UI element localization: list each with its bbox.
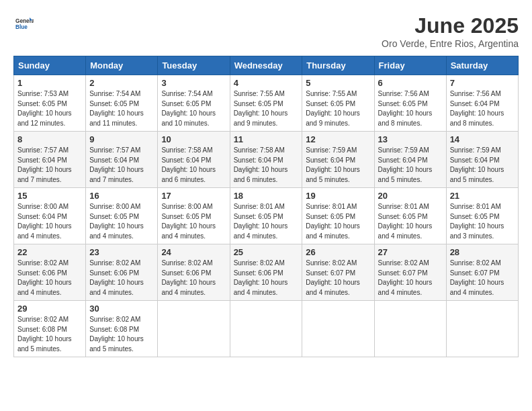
day-number: 19: [306, 191, 370, 201]
calendar-cell: 28Sunrise: 8:02 AMSunset: 6:07 PMDayligh…: [446, 244, 518, 301]
calendar-cell: 29Sunrise: 8:02 AMSunset: 6:08 PMDayligh…: [14, 301, 86, 357]
day-info: Sunrise: 7:54 AMSunset: 6:05 PMDaylight:…: [161, 89, 226, 128]
day-info: Sunrise: 7:54 AMSunset: 6:05 PMDaylight:…: [89, 89, 154, 128]
calendar-week-row: 29Sunrise: 8:02 AMSunset: 6:08 PMDayligh…: [14, 301, 519, 357]
day-info: Sunrise: 7:55 AMSunset: 6:05 PMDaylight:…: [306, 89, 370, 128]
day-info: Sunrise: 8:02 AMSunset: 6:08 PMDaylight:…: [89, 315, 154, 354]
calendar-cell: 5Sunrise: 7:55 AMSunset: 6:05 PMDaylight…: [302, 75, 374, 132]
calendar-cell: 2Sunrise: 7:54 AMSunset: 6:05 PMDaylight…: [86, 75, 158, 132]
calendar-cell: 27Sunrise: 8:02 AMSunset: 6:07 PMDayligh…: [374, 244, 446, 301]
calendar-cell: 1Sunrise: 7:53 AMSunset: 6:05 PMDaylight…: [14, 75, 86, 132]
day-number: 27: [378, 247, 443, 257]
day-info: Sunrise: 7:59 AMSunset: 6:04 PMDaylight:…: [306, 146, 370, 185]
svg-text:Blue: Blue: [15, 24, 28, 30]
day-number: 28: [450, 247, 515, 257]
calendar-week-row: 22Sunrise: 8:02 AMSunset: 6:06 PMDayligh…: [14, 244, 519, 301]
day-info: Sunrise: 8:02 AMSunset: 6:07 PMDaylight:…: [306, 259, 370, 298]
calendar-cell: 6Sunrise: 7:56 AMSunset: 6:05 PMDaylight…: [374, 75, 446, 132]
day-number: 29: [17, 304, 82, 314]
day-number: 12: [306, 134, 370, 144]
calendar-table: SundayMondayTuesdayWednesdayThursdayFrid…: [13, 56, 519, 357]
logo: General Blue: [13, 13, 36, 34]
day-info: Sunrise: 7:58 AMSunset: 6:04 PMDaylight:…: [161, 146, 226, 185]
calendar-cell: [230, 301, 302, 357]
header-tuesday: Tuesday: [158, 56, 230, 75]
day-info: Sunrise: 8:02 AMSunset: 6:06 PMDaylight:…: [89, 259, 154, 298]
day-number: 8: [17, 134, 82, 144]
header-thursday: Thursday: [302, 56, 374, 75]
page-header: General Blue June 2025 Oro Verde, Entre …: [13, 13, 519, 49]
header-saturday: Saturday: [446, 56, 518, 75]
calendar-cell: [374, 301, 446, 357]
calendar-week-row: 1Sunrise: 7:53 AMSunset: 6:05 PMDaylight…: [14, 75, 519, 132]
calendar-cell: 30Sunrise: 8:02 AMSunset: 6:08 PMDayligh…: [86, 301, 158, 357]
day-number: 20: [378, 191, 443, 201]
calendar-header-row: SundayMondayTuesdayWednesdayThursdayFrid…: [14, 56, 519, 75]
day-info: Sunrise: 7:57 AMSunset: 6:04 PMDaylight:…: [89, 146, 154, 185]
day-info: Sunrise: 8:01 AMSunset: 6:05 PMDaylight:…: [450, 202, 515, 241]
day-info: Sunrise: 8:02 AMSunset: 6:07 PMDaylight:…: [378, 259, 443, 298]
day-number: 24: [161, 247, 226, 257]
header-sunday: Sunday: [14, 56, 86, 75]
calendar-cell: 16Sunrise: 8:00 AMSunset: 6:05 PMDayligh…: [86, 188, 158, 244]
calendar-cell: 18Sunrise: 8:01 AMSunset: 6:05 PMDayligh…: [230, 188, 302, 244]
day-number: 10: [161, 134, 226, 144]
calendar-cell: 25Sunrise: 8:02 AMSunset: 6:06 PMDayligh…: [230, 244, 302, 301]
calendar-cell: 3Sunrise: 7:54 AMSunset: 6:05 PMDaylight…: [158, 75, 230, 132]
day-info: Sunrise: 7:57 AMSunset: 6:04 PMDaylight:…: [17, 146, 82, 185]
calendar-cell: 10Sunrise: 7:58 AMSunset: 6:04 PMDayligh…: [158, 132, 230, 188]
day-info: Sunrise: 8:01 AMSunset: 6:05 PMDaylight:…: [378, 202, 443, 241]
day-number: 26: [306, 247, 370, 257]
day-number: 25: [234, 247, 299, 257]
day-info: Sunrise: 7:59 AMSunset: 6:04 PMDaylight:…: [450, 146, 515, 185]
day-number: 9: [89, 134, 154, 144]
calendar-week-row: 8Sunrise: 7:57 AMSunset: 6:04 PMDaylight…: [14, 132, 519, 188]
day-number: 4: [234, 78, 299, 88]
calendar-cell: 7Sunrise: 7:56 AMSunset: 6:04 PMDaylight…: [446, 75, 518, 132]
day-number: 15: [17, 191, 82, 201]
calendar-cell: 20Sunrise: 8:01 AMSunset: 6:05 PMDayligh…: [374, 188, 446, 244]
header-monday: Monday: [86, 56, 158, 75]
svg-text:General: General: [15, 18, 34, 24]
day-number: 16: [89, 191, 154, 201]
calendar-cell: 21Sunrise: 8:01 AMSunset: 6:05 PMDayligh…: [446, 188, 518, 244]
day-info: Sunrise: 8:02 AMSunset: 6:08 PMDaylight:…: [17, 315, 82, 354]
calendar-cell: 13Sunrise: 7:59 AMSunset: 6:04 PMDayligh…: [374, 132, 446, 188]
day-number: 17: [161, 191, 226, 201]
location-subtitle: Oro Verde, Entre Rios, Argentina: [382, 38, 519, 49]
day-info: Sunrise: 8:01 AMSunset: 6:05 PMDaylight:…: [306, 202, 370, 241]
calendar-cell: 24Sunrise: 8:02 AMSunset: 6:06 PMDayligh…: [158, 244, 230, 301]
day-number: 14: [450, 134, 515, 144]
calendar-cell: 22Sunrise: 8:02 AMSunset: 6:06 PMDayligh…: [14, 244, 86, 301]
calendar-cell: 15Sunrise: 8:00 AMSunset: 6:04 PMDayligh…: [14, 188, 86, 244]
day-number: 5: [306, 78, 370, 88]
day-number: 21: [450, 191, 515, 201]
month-title: June 2025: [382, 13, 519, 38]
day-info: Sunrise: 8:02 AMSunset: 6:07 PMDaylight:…: [450, 259, 515, 298]
day-number: 1: [17, 78, 82, 88]
day-info: Sunrise: 8:00 AMSunset: 6:04 PMDaylight:…: [17, 202, 82, 241]
day-info: Sunrise: 7:56 AMSunset: 6:04 PMDaylight:…: [450, 89, 515, 128]
day-number: 18: [234, 191, 299, 201]
day-number: 22: [17, 247, 82, 257]
day-number: 11: [234, 134, 299, 144]
day-info: Sunrise: 8:00 AMSunset: 6:05 PMDaylight:…: [89, 202, 154, 241]
calendar-week-row: 15Sunrise: 8:00 AMSunset: 6:04 PMDayligh…: [14, 188, 519, 244]
calendar-cell: 9Sunrise: 7:57 AMSunset: 6:04 PMDaylight…: [86, 132, 158, 188]
day-number: 3: [161, 78, 226, 88]
calendar-cell: [302, 301, 374, 357]
day-info: Sunrise: 7:55 AMSunset: 6:05 PMDaylight:…: [234, 89, 299, 128]
calendar-cell: [158, 301, 230, 357]
calendar-cell: 12Sunrise: 7:59 AMSunset: 6:04 PMDayligh…: [302, 132, 374, 188]
calendar-cell: 19Sunrise: 8:01 AMSunset: 6:05 PMDayligh…: [302, 188, 374, 244]
day-number: 2: [89, 78, 154, 88]
day-info: Sunrise: 8:02 AMSunset: 6:06 PMDaylight:…: [17, 259, 82, 298]
calendar-cell: 4Sunrise: 7:55 AMSunset: 6:05 PMDaylight…: [230, 75, 302, 132]
day-number: 7: [450, 78, 515, 88]
header-wednesday: Wednesday: [230, 56, 302, 75]
day-info: Sunrise: 7:56 AMSunset: 6:05 PMDaylight:…: [378, 89, 443, 128]
day-number: 6: [378, 78, 443, 88]
calendar-cell: 14Sunrise: 7:59 AMSunset: 6:04 PMDayligh…: [446, 132, 518, 188]
day-info: Sunrise: 8:02 AMSunset: 6:06 PMDaylight:…: [161, 259, 226, 298]
title-block: June 2025 Oro Verde, Entre Rios, Argenti…: [382, 13, 519, 49]
